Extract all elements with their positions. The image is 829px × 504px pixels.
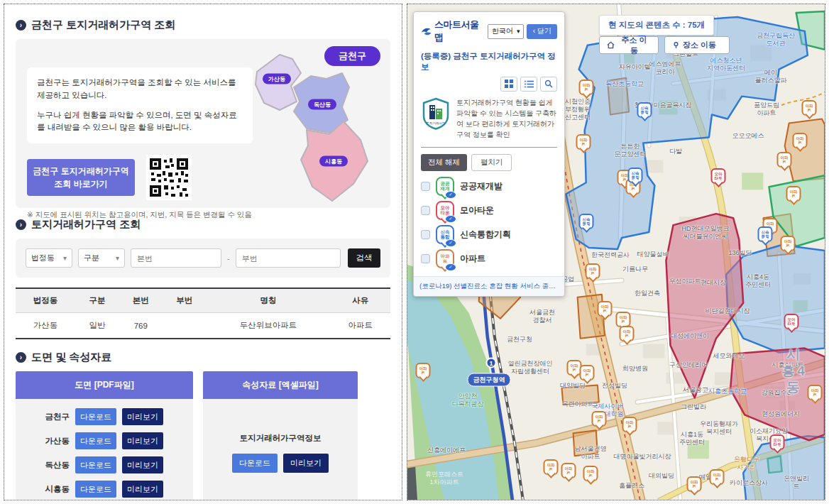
pdf-row-label: 독산동: [41, 460, 70, 471]
list-icon: [525, 80, 534, 88]
map-marker-apt[interactable]: 아파트: [622, 417, 637, 432]
pdf-row: 금천구다운로드미리보기: [41, 408, 186, 425]
pdf-download-button[interactable]: 다운로드: [75, 408, 116, 425]
move-place-button[interactable]: 장소 이동: [664, 36, 730, 54]
panel-footer: (코로나19) 선별진료소 혼잡 현황 서비스 종료(2...: [414, 276, 564, 296]
map-marker-apt[interactable]: 아파트: [579, 80, 594, 95]
gu-badge: 금천구: [324, 46, 380, 66]
smart-seoul-logo: 스마트서울맵: [421, 18, 485, 44]
layer-checkbox[interactable]: [421, 182, 430, 191]
shortcut-button[interactable]: 금천구 토지거래허가구역 조회 바로가기: [27, 159, 135, 196]
pdf-download-button[interactable]: 다운로드: [75, 432, 116, 449]
map-marker-apt[interactable]: 아파트: [687, 476, 702, 492]
pdf-preview-button[interactable]: 미리보기: [122, 481, 163, 498]
panel-description: 토지거래허가구역 현황을 쉽게 파악할 수 있는 시스템을 구축하여 보다 편리…: [456, 97, 557, 140]
layer-marker-icon: 아파트: [436, 249, 454, 268]
map-marker-moa[interactable]: 모아타운: [770, 434, 785, 450]
map-marker-apt[interactable]: 아파트: [616, 312, 631, 327]
map-marker-moa[interactable]: 모아타운: [711, 168, 726, 184]
map-marker-sint[interactable]: 신속통합: [628, 168, 643, 183]
smart-seoul-panel: 스마트서울맵 한국어 닫기 (등록중) 금천구 토지거래허가구역 정보: [413, 11, 565, 297]
map-marker-sint[interactable]: 신속통합: [637, 102, 652, 118]
panel-close-button[interactable]: 닫기: [527, 24, 557, 39]
layer-label: 모아타운: [460, 204, 494, 217]
clear-all-button[interactable]: 전체 해제: [421, 154, 467, 171]
service-shield-logo: 토지거래허가: [421, 97, 451, 130]
excel-box-header: 속성자료 [엑셀파일]: [203, 371, 358, 399]
layer-checkbox[interactable]: [421, 206, 430, 215]
pdf-box-header: 도면 [PDF파일]: [16, 371, 193, 399]
district-pill-siheung: 시흥동: [319, 156, 348, 167]
layer-row-공공재개발[interactable]: 공공재개공공재개발: [421, 177, 557, 196]
layer-label: 신속통합기획: [460, 229, 511, 241]
layer-row-신속통합기획[interactable]: 신속통합신속통합기획: [421, 225, 557, 244]
map-marker-apt[interactable]: 아파트: [786, 186, 801, 202]
district-pill-gasan: 가산동: [263, 74, 291, 84]
subway-station-label: 금천구청역: [468, 373, 511, 387]
language-select[interactable]: 한국어: [488, 24, 525, 39]
pdf-preview-button[interactable]: 미리보기: [122, 432, 163, 449]
map-marker-apt[interactable]: 아파트: [576, 134, 591, 150]
map-marker-apt[interactable]: 아파트: [620, 326, 635, 341]
layer-label: 아파트: [460, 253, 485, 265]
pdf-row: 시흥동다운로드미리보기: [41, 481, 186, 498]
map-marker-apt[interactable]: 아파트: [793, 133, 808, 148]
pdf-download-button[interactable]: 다운로드: [75, 456, 116, 473]
map-marker-apt[interactable]: 아파트: [802, 100, 817, 116]
check-badge-icon: [445, 215, 456, 223]
map-marker-apt[interactable]: 아파트: [710, 469, 725, 485]
pdf-preview-button[interactable]: 미리보기: [122, 456, 163, 473]
map-marker-apt[interactable]: 아파트: [777, 152, 792, 168]
pdf-rows: 금천구다운로드미리보기가산동다운로드미리보기독산동다운로드미리보기시흥동다운로드…: [16, 399, 193, 500]
page-title: 금천구 토지거래허가구역 조회: [31, 18, 175, 32]
covid-notice-link[interactable]: (코로나19) 선별진료소 혼잡 현황 서비스 종료(2...: [419, 282, 559, 291]
layer-row-아파트[interactable]: 아파트아파트: [421, 249, 557, 268]
layer-row-모아타운[interactable]: 모아타운모아타운: [421, 201, 557, 220]
search-layer-button[interactable]: [540, 77, 557, 92]
intro-text: 금천구는 토지거래허가구역을 조회할 수 있는 서비스를 제공하고 있습니다. …: [27, 67, 253, 143]
map-marker-sint[interactable]: 신속통합: [579, 214, 594, 229]
move-address-button[interactable]: 주소 이동: [599, 36, 659, 54]
pdf-preview-button[interactable]: 미리보기: [122, 408, 163, 425]
map-marker-apt[interactable]: 아파트: [781, 236, 796, 251]
bonbun-input[interactable]: [131, 248, 221, 268]
expand-button[interactable]: 펼치기: [471, 154, 512, 171]
result-table: 법정동구분본번부번명칭사유 가산동일반769두산위브아파트아파트: [16, 287, 390, 339]
map-marker-apt[interactable]: 아파트: [808, 385, 823, 400]
bubun-input[interactable]: [236, 248, 341, 268]
check-badge-icon: [445, 191, 456, 199]
map-marker-apt[interactable]: 아파트: [586, 263, 600, 279]
intro-paragraph-1: 금천구는 토지거래허가구역을 조회할 수 있는 서비스를 제공하고 있습니다.: [37, 77, 243, 102]
grid-view-button[interactable]: [500, 77, 517, 92]
map-marker-apt[interactable]: 아파트: [544, 459, 559, 475]
subway-line1-badge: 1: [486, 358, 497, 368]
map-marker-sint[interactable]: 신속통합: [758, 226, 773, 242]
map-marker-moa[interactable]: 모아타운: [784, 314, 799, 329]
excel-download-button[interactable]: 다운로드: [232, 454, 278, 473]
map-marker-apt[interactable]: 아파트: [598, 301, 613, 317]
map-marker-apt[interactable]: 아파트: [580, 365, 595, 380]
layer-checkbox[interactable]: [421, 230, 430, 239]
map-marker-apt[interactable]: 아파트: [561, 463, 576, 478]
dong-select[interactable]: 법정동: [26, 248, 72, 268]
map-marker-apt[interactable]: 아파트: [592, 411, 607, 427]
search-button[interactable]: 검색: [348, 248, 380, 268]
pdf-row-label: 금천구: [41, 412, 70, 422]
table-row: 가산동일반769두산위브아파트아파트: [16, 313, 390, 339]
gubun-select[interactable]: 구분: [78, 248, 125, 268]
map-marker-apt[interactable]: 아파트: [583, 466, 598, 481]
map-marker-apt[interactable]: 아파트: [416, 363, 431, 378]
list-view-button[interactable]: [520, 77, 537, 92]
search-form: 법정동 구분 - 검색: [16, 239, 390, 278]
check-badge-icon: [445, 239, 456, 247]
section-title-main: 금천구 토지거래허가구역 조회: [16, 18, 390, 32]
pdf-file-box: 도면 [PDF파일] 금천구다운로드미리보기가산동다운로드미리보기독산동다운로드…: [16, 371, 193, 500]
intro-paragraph-2: 누구나 쉽게 현황을 파악할 수 있으며, 도면 및 속성자료를 내려받을 수 …: [37, 109, 243, 135]
dash-separator: -: [227, 254, 230, 263]
layer-checkbox[interactable]: [421, 254, 430, 263]
excel-preview-button[interactable]: 미리보기: [283, 454, 329, 473]
pdf-row-label: 가산동: [41, 436, 70, 447]
layer-list: 공공재개공공재개발모아타운모아타운신속통합신속통합기획아파트아파트: [414, 171, 564, 276]
layer-marker-icon: 모아타운: [436, 201, 454, 220]
pdf-download-button[interactable]: 다운로드: [75, 481, 116, 498]
